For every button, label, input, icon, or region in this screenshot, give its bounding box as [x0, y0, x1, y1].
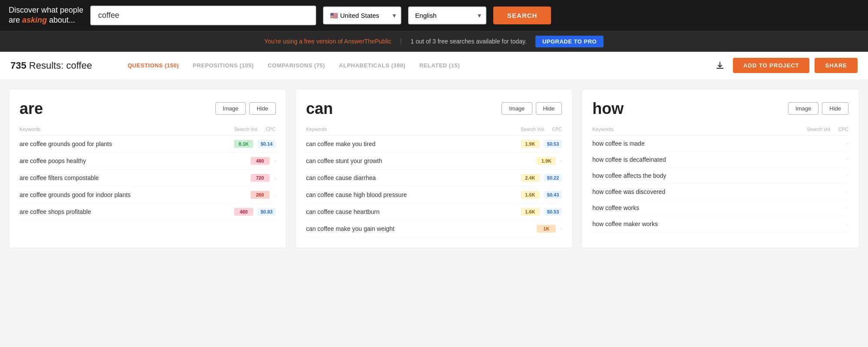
col-cpc-label: CPC — [838, 127, 848, 132]
search-input-wrap — [90, 6, 316, 25]
tabs: QUESTIONS (150) PREPOSITIONS (105) COMPA… — [128, 62, 712, 69]
cpc-value: - — [847, 189, 848, 195]
tab-questions[interactable]: QUESTIONS (150) — [128, 62, 179, 69]
add-to-project-button[interactable]: ADD TO PROJECT — [733, 58, 810, 73]
card-are: are Image Hide Keywords Search Vol. CPC … — [9, 89, 287, 248]
card-buttons: Image Hide — [502, 102, 562, 115]
keyword-text: how coffee works — [592, 204, 805, 211]
keyword-metrics: - — [805, 221, 848, 227]
keyword-text: how coffee maker works — [592, 220, 805, 227]
vol-badge: 1.6K — [521, 191, 540, 199]
results-actions: ADD TO PROJECT SHARE — [712, 58, 858, 73]
cpc-value: $0.53 — [544, 140, 562, 148]
language-select[interactable]: English — [408, 7, 486, 24]
keyword-metrics: 1.6K $0.53 — [518, 208, 562, 216]
vol-badge: 1.6K — [521, 208, 540, 216]
table-row: can coffee cause diarrhea 2.4K $0.22 — [306, 170, 562, 187]
cpc-value: - — [847, 173, 848, 179]
vol-badge: 1K — [537, 225, 556, 233]
table-row: can coffee cause heartburn 1.6K $0.53 — [306, 204, 562, 220]
search-input[interactable] — [90, 6, 316, 25]
vol-badge: 260 — [251, 191, 270, 199]
table-row: how coffee is made - — [592, 136, 848, 152]
keyword-metrics: - — [805, 140, 848, 147]
col-keywords-label: Keywords — [306, 127, 327, 132]
keyword-text: are coffee shops profitable — [20, 208, 232, 215]
country-select-wrap: 🇺🇸 United States — [323, 7, 401, 24]
cpc-value: $0.83 — [257, 208, 276, 216]
table-row: can coffee make you tired 1.9K $0.53 — [306, 136, 562, 153]
notice-divider: | — [400, 37, 402, 45]
col-right: Search Vol. CPC — [807, 127, 849, 132]
cpc-value: - — [847, 221, 848, 227]
cards-area: are Image Hide Keywords Search Vol. CPC … — [0, 80, 868, 257]
card-buttons: Image Hide — [215, 102, 276, 115]
vol-badge: 480 — [251, 157, 270, 165]
download-icon[interactable] — [712, 58, 728, 73]
cpc-value: - — [274, 158, 276, 164]
results-count: 735 Results: coffee — [10, 60, 115, 71]
table-row: how coffee is decaffeinated - — [592, 152, 848, 168]
upgrade-button[interactable]: UPGRADE TO PRO — [535, 36, 604, 47]
notice-free-text: You're using a free version of AnswerThe… — [264, 38, 391, 45]
keyword-text: are coffee grounds good for plants — [20, 140, 232, 147]
vol-badge: 8.1K — [234, 140, 253, 148]
tab-comparisons[interactable]: COMPARISONS (75) — [268, 62, 325, 69]
card-can: can Image Hide Keywords Search Vol. CPC … — [295, 89, 573, 248]
card-header: can Image Hide — [306, 100, 562, 118]
image-button[interactable]: Image — [502, 102, 532, 115]
keyword-text: can coffee make you gain weight — [306, 225, 519, 232]
hide-button[interactable]: Hide — [822, 102, 848, 115]
col-keywords-label: Keywords — [592, 127, 613, 132]
col-searchvol-label: Search Vol. — [807, 127, 832, 132]
cpc-value: - — [560, 158, 562, 164]
tab-alphabeticals[interactable]: ALPHABETICALS (390) — [339, 62, 406, 69]
keyword-metrics: 1.6K $0.43 — [518, 191, 562, 199]
header: Discover what people are asking about...… — [0, 0, 868, 31]
vol-badge: 480 — [234, 208, 253, 216]
cpc-value: - — [274, 192, 276, 198]
title-line1: Discover what people — [9, 6, 83, 14]
keyword-text: can coffee cause heartburn — [306, 208, 519, 215]
keyword-text: how coffee is decaffeinated — [592, 156, 805, 163]
notice-bar: You're using a free version of AnswerThe… — [0, 31, 868, 52]
header-title: Discover what people are asking about... — [9, 5, 83, 26]
vol-badge: 2.4K — [521, 174, 540, 182]
keyword-metrics: - — [805, 173, 848, 179]
search-button[interactable]: SEARCH — [493, 7, 551, 24]
table-row: are coffee poops healthy 480 - — [20, 153, 276, 170]
table-row: can coffee cause high blood pressure 1.6… — [306, 187, 562, 204]
table-row: can coffee make you gain weight 1K - — [306, 220, 562, 237]
col-headers: Keywords Search Vol. CPC — [306, 127, 562, 136]
cpc-value: - — [847, 205, 848, 211]
keyword-metrics: 8.1K $0.14 — [232, 140, 276, 148]
image-button[interactable]: Image — [788, 102, 818, 115]
keyword-metrics: 480 $0.83 — [232, 208, 276, 216]
col-headers: Keywords Search Vol. CPC — [20, 127, 276, 136]
keyword-metrics: 720 - — [232, 174, 276, 182]
keyword-text: are coffee filters compostable — [20, 174, 232, 181]
tab-prepositions[interactable]: PREPOSITIONS (105) — [193, 62, 254, 69]
keyword-metrics: 1.9K - — [518, 157, 562, 165]
col-searchvol-label: Search Vol. — [234, 127, 258, 132]
table-row: how coffee affects the body - — [592, 168, 848, 184]
results-header: 735 Results: coffee QUESTIONS (150) PREP… — [0, 52, 868, 80]
card-title: can — [306, 100, 333, 118]
language-select-wrap: English — [408, 7, 486, 24]
image-button[interactable]: Image — [215, 102, 246, 115]
keyword-metrics: 480 - — [232, 157, 276, 165]
hide-button[interactable]: Hide — [536, 102, 562, 115]
card-title: are — [20, 100, 43, 118]
vol-badge: 1.9K — [537, 157, 556, 165]
country-select[interactable]: 🇺🇸 United States — [323, 7, 401, 24]
cpc-value: $0.43 — [544, 191, 562, 199]
hide-button[interactable]: Hide — [249, 102, 276, 115]
tab-related[interactable]: RELATED (15) — [419, 62, 460, 69]
notice-searches-text: 1 out of 3 free searches available for t… — [410, 38, 526, 45]
table-row: are coffee grounds good for plants 8.1K … — [20, 136, 276, 153]
table-row: are coffee filters compostable 720 - — [20, 170, 276, 187]
share-button[interactable]: SHARE — [815, 58, 858, 73]
card-header: how Image Hide — [592, 100, 848, 118]
keyword-metrics: 1.9K $0.53 — [518, 140, 562, 148]
cpc-value: - — [847, 157, 848, 163]
